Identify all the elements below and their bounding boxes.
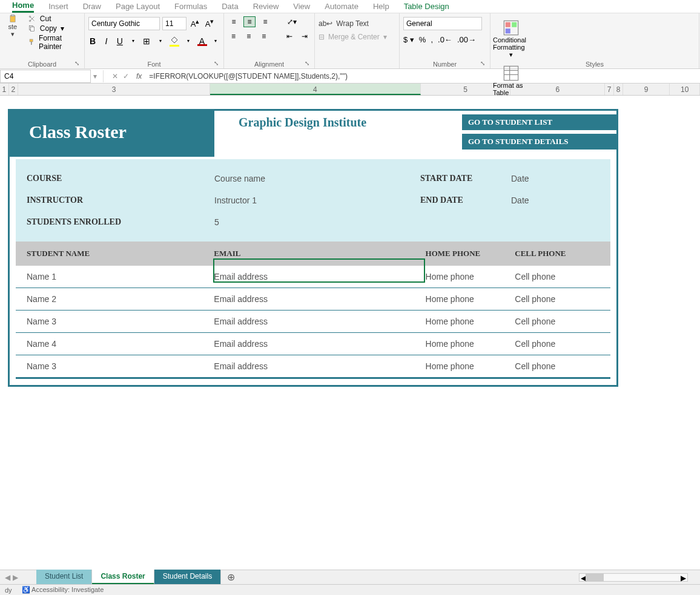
italic-button[interactable]: I: [102, 36, 110, 46]
tab-formulas[interactable]: Formulas: [174, 2, 207, 11]
align-right-button[interactable]: ≡: [258, 31, 269, 42]
col-10[interactable]: 10: [670, 84, 700, 95]
tab-insert[interactable]: Insert: [48, 2, 68, 11]
conditional-formatting-button[interactable]: Conditional Formatting ▾: [493, 16, 529, 59]
goto-student-details-link[interactable]: GO TO STUDENT DETAILS: [462, 134, 616, 150]
underline-button[interactable]: U: [116, 36, 124, 46]
table-row[interactable]: Name 1 Email address Home phone Cell pho…: [16, 266, 610, 288]
decrease-indent-button[interactable]: ⇤: [284, 31, 296, 42]
align-top-button[interactable]: ≡: [228, 16, 240, 27]
comma-button[interactable]: ,: [431, 35, 433, 44]
fx-icon[interactable]: fx: [134, 72, 144, 81]
border-button[interactable]: ⊞: [142, 36, 151, 46]
scrollbar-thumb[interactable]: [586, 574, 604, 581]
align-bottom-button[interactable]: ≡: [259, 16, 271, 27]
formula-input[interactable]: =IFERROR(VLOOKUP([@[STUDENT NAME]],Stude…: [144, 72, 700, 81]
clipboard-launcher[interactable]: ⤡: [74, 60, 82, 67]
sheet-tab-student-details[interactable]: Student Details: [154, 570, 221, 585]
cell-name[interactable]: Name 3: [27, 317, 214, 326]
decrease-decimal-button[interactable]: .00→: [457, 35, 476, 44]
col-7[interactable]: 7: [605, 84, 614, 95]
col-8[interactable]: 8: [614, 84, 623, 95]
alignment-launcher[interactable]: ⤡: [305, 60, 312, 67]
name-box-dropdown[interactable]: ▾: [91, 72, 99, 81]
tab-table-design[interactable]: Table Design: [404, 2, 449, 11]
percent-button[interactable]: %: [419, 35, 426, 44]
header-cell-phone[interactable]: CELL PHONE: [515, 249, 599, 258]
header-email[interactable]: EMAIL: [214, 249, 425, 258]
format-painter-button[interactable]: Format Painter: [28, 34, 81, 51]
cell-email[interactable]: Email address: [214, 272, 425, 281]
cell-name[interactable]: Name 2: [27, 294, 214, 304]
align-middle-button[interactable]: ≡: [243, 16, 256, 27]
tab-review[interactable]: Review: [253, 2, 279, 11]
sheet-next-button[interactable]: ▶: [13, 573, 18, 582]
cell-name[interactable]: Name 3: [27, 361, 214, 371]
cell-home-phone[interactable]: Home phone: [426, 361, 515, 371]
cell-email[interactable]: Email address: [214, 317, 425, 326]
tab-draw[interactable]: Draw: [83, 2, 101, 11]
fill-color-button[interactable]: [170, 35, 179, 47]
header-student-name[interactable]: STUDENT NAME: [27, 249, 214, 258]
instructor-value[interactable]: Instructor 1: [214, 196, 420, 205]
table-row[interactable]: Name 4 Email address Home phone Cell pho…: [16, 333, 610, 355]
paste-button[interactable]: ste▾: [4, 15, 22, 51]
decrease-font-button[interactable]: A▾: [203, 18, 216, 30]
cell-cell-phone[interactable]: Cell phone: [515, 317, 599, 326]
tab-view[interactable]: View: [293, 2, 310, 11]
increase-indent-button[interactable]: ⇥: [299, 31, 311, 42]
sheet-tab-student-list[interactable]: Student List: [36, 570, 92, 585]
sheet-prev-button[interactable]: ◀: [5, 573, 10, 582]
add-sheet-button[interactable]: ⊕: [221, 571, 241, 583]
table-row[interactable]: Name 3 Email address Home phone Cell pho…: [16, 311, 610, 333]
cell-cell-phone[interactable]: Cell phone: [515, 294, 599, 304]
align-left-button[interactable]: ≡: [228, 31, 239, 42]
col-4[interactable]: 4: [210, 84, 420, 95]
sheet-tab-class-roster[interactable]: Class Roster: [92, 570, 154, 585]
accessibility-status[interactable]: ♿ Accessibility: Investigate: [22, 586, 104, 594]
cell-cell-phone[interactable]: Cell phone: [515, 272, 599, 281]
cell-email[interactable]: Email address: [214, 339, 425, 349]
cell-home-phone[interactable]: Home phone: [426, 272, 515, 281]
orientation-button[interactable]: ⤢▾: [286, 16, 298, 27]
increase-font-button[interactable]: A▴: [189, 18, 201, 30]
table-row[interactable]: Name 2 Email address Home phone Cell pho…: [16, 288, 610, 311]
align-center-button[interactable]: ≡: [243, 31, 254, 42]
cell-cell-phone[interactable]: Cell phone: [515, 339, 599, 349]
enter-formula-button[interactable]: ✓: [123, 72, 129, 81]
font-size-input[interactable]: [162, 17, 187, 30]
cancel-formula-button[interactable]: ✕: [112, 72, 118, 81]
tab-automate[interactable]: Automate: [325, 2, 358, 11]
header-home-phone[interactable]: HOME PHONE: [426, 249, 515, 258]
font-launcher[interactable]: ⤡: [214, 60, 221, 67]
spreadsheet-grid[interactable]: Class Roster Graphic Design Institute GO…: [0, 96, 700, 553]
cell-email[interactable]: Email address: [214, 294, 425, 304]
font-color-button[interactable]: A: [197, 36, 206, 46]
col-9[interactable]: 9: [623, 84, 670, 95]
goto-student-list-link[interactable]: GO TO STUDENT LIST: [462, 114, 616, 130]
merge-center-button[interactable]: ⊟ Merge & Center ▾: [319, 30, 395, 44]
cell-cell-phone[interactable]: Cell phone: [515, 361, 599, 371]
cell-home-phone[interactable]: Home phone: [426, 317, 515, 326]
horizontal-scrollbar[interactable]: ◀ ▶: [579, 573, 688, 582]
end-date-value[interactable]: Date: [511, 196, 529, 205]
currency-button[interactable]: $ ▾: [403, 35, 414, 44]
number-launcher[interactable]: ⤡: [480, 60, 487, 67]
start-date-value[interactable]: Date: [511, 174, 529, 183]
wrap-text-button[interactable]: ab↩ Wrap Text: [319, 17, 395, 30]
course-value[interactable]: Course name: [214, 174, 420, 183]
col-2[interactable]: 2: [9, 84, 18, 95]
table-row[interactable]: Name 3 Email address Home phone Cell pho…: [16, 355, 610, 379]
tab-help[interactable]: Help: [373, 2, 389, 11]
cell-name[interactable]: Name 1: [27, 272, 214, 281]
tab-home[interactable]: Home: [12, 1, 34, 13]
cell-email[interactable]: Email address: [214, 361, 425, 371]
number-format-select[interactable]: [403, 17, 482, 30]
cut-button[interactable]: Cut: [28, 15, 81, 23]
enrolled-value[interactable]: 5: [214, 217, 420, 227]
bold-button[interactable]: B: [88, 36, 97, 46]
tab-data[interactable]: Data: [222, 2, 238, 11]
font-name-input[interactable]: [88, 17, 160, 30]
cell-home-phone[interactable]: Home phone: [426, 339, 515, 349]
cell-name[interactable]: Name 4: [27, 339, 214, 349]
